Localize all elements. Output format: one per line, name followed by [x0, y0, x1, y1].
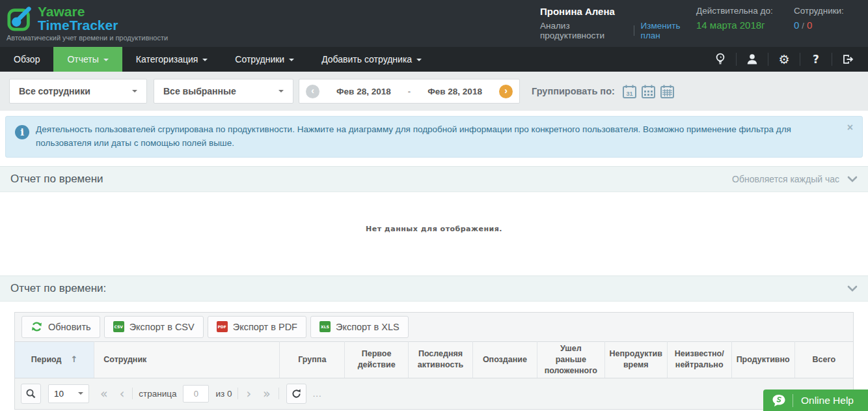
next-page-button[interactable]: › — [240, 386, 257, 401]
page-size-value: 10 — [54, 389, 64, 399]
column-total[interactable]: Всего — [794, 341, 853, 378]
column-last-activity[interactable]: Последняя активность — [409, 341, 473, 378]
nav-item-reports[interactable]: Отчеты — [53, 47, 122, 72]
employees-label: Сотрудники: — [794, 6, 859, 16]
nav-item-add-employee[interactable]: Добавить сотрудника — [308, 47, 435, 72]
employees-filter-dropdown[interactable]: Все сотрудники — [9, 79, 147, 104]
group-by-week-button[interactable] — [641, 84, 656, 99]
help-button[interactable]: ? — [805, 47, 827, 72]
caret-down-icon — [278, 90, 284, 92]
time-report-panel: Отчет по времени Обновляется каждый час … — [0, 166, 868, 266]
column-group[interactable]: Группа — [280, 341, 345, 378]
yaware-logo-icon — [7, 5, 34, 32]
employees-separator: / — [799, 21, 807, 31]
logo-tagline: Автоматический учет времени и продуктивн… — [7, 34, 168, 42]
sort-asc-icon: ↑ — [71, 354, 78, 364]
time-table-title: Отчет по времени: — [10, 282, 106, 295]
reload-grid-button[interactable] — [286, 384, 306, 404]
date-to[interactable]: Фев 28, 2018 — [427, 87, 482, 96]
group-by-day-button[interactable]: 31 — [622, 84, 637, 99]
filter-bar: Все сотрудники Все выбранные ‹ Фев 28, 2… — [0, 72, 868, 111]
nav-item-employees[interactable]: Сотрудники — [221, 47, 308, 72]
logo-text-timetracker: TimeTracker — [38, 18, 118, 32]
caret-down-icon — [103, 59, 109, 61]
logo-text-yaware: Yaware — [38, 5, 118, 18]
logout-button[interactable] — [837, 47, 859, 72]
next-date-button[interactable]: › — [499, 85, 513, 98]
export-pdf-button[interactable]: PDF Экспорт в PDF — [208, 316, 306, 338]
search-icon — [25, 388, 36, 399]
gear-icon: ⚙ — [778, 52, 789, 66]
column-unproductive-time[interactable]: Непродуктив время — [604, 341, 667, 378]
prev-date-button[interactable]: ‹ — [306, 85, 319, 98]
employees-filter-value: Все сотрудники — [19, 86, 90, 96]
table-header-row: Период↑ Сотрудник Группа Первое действие… — [15, 341, 853, 378]
date-from[interactable]: Фев 28, 2018 — [336, 87, 391, 96]
chat-bubble-icon — [771, 393, 787, 408]
calendar-day-number: 31 — [626, 90, 632, 96]
settings-button[interactable]: ⚙ — [773, 47, 795, 72]
group-by-label: Группировать по: — [532, 86, 615, 96]
time-table-panel: Отчет по времени: Обновить — [0, 276, 868, 410]
prev-page-button[interactable]: ‹ — [114, 386, 131, 401]
user-name: Пронина Алена — [540, 6, 696, 17]
column-period[interactable]: Период↑ — [15, 341, 94, 378]
page-number-input[interactable] — [183, 385, 209, 403]
column-label: Опоздание — [483, 355, 527, 364]
export-xls-button[interactable]: XLS Экспорт в XLS — [310, 316, 409, 338]
calendar-week-icon — [641, 84, 656, 99]
column-label: Сотрудник — [103, 355, 146, 364]
nav-item-label: Добавить сотрудника — [321, 54, 412, 64]
valid-until-label: Действительна до: — [696, 6, 794, 16]
nav-item-categorization[interactable]: Категоризация — [122, 47, 222, 72]
divider — [768, 53, 768, 66]
nav-item-overview[interactable]: Обзор — [0, 47, 53, 72]
caret-down-icon — [416, 59, 422, 61]
time-table-header: Отчет по времени: — [0, 276, 868, 302]
report-table: Период↑ Сотрудник Группа Первое действие… — [15, 341, 853, 378]
export-xls-label: Экспорт в XLS — [336, 322, 400, 332]
column-employee[interactable]: Сотрудник — [94, 341, 280, 378]
column-productive[interactable]: Продуктивно — [731, 341, 794, 378]
last-page-button[interactable]: » — [257, 386, 277, 401]
column-label: Неизвестно/ нейтрально — [675, 349, 724, 369]
question-icon: ? — [813, 53, 819, 66]
valid-until-value: 14 марта 2018г — [696, 20, 794, 31]
divider — [800, 53, 800, 66]
divider — [832, 53, 832, 66]
date-separator: - — [408, 87, 411, 96]
time-report-header: Отчет по времени Обновляется каждый час — [0, 166, 868, 192]
nav-item-label: Отчеты — [67, 54, 98, 64]
online-help-button[interactable]: Online Help — [763, 390, 868, 411]
chevron-down-icon — [847, 285, 858, 292]
column-lateness[interactable]: Опоздание — [472, 341, 537, 378]
search-button[interactable] — [21, 384, 41, 404]
column-first-action[interactable]: Первое действие — [345, 341, 409, 378]
chevron-down-icon — [847, 176, 858, 182]
close-icon[interactable]: × — [847, 122, 853, 134]
license-validity: Действительна до: 14 марта 2018г — [696, 0, 794, 31]
page-label: страница — [139, 389, 176, 399]
export-csv-button[interactable]: CSV Экспорт в CSV — [104, 316, 204, 338]
ideas-button[interactable] — [709, 47, 731, 72]
divider — [793, 394, 793, 407]
top-header: Yaware TimeTracker Автоматический учет в… — [0, 0, 868, 47]
profile-button[interactable] — [741, 47, 763, 72]
export-pdf-label: Экспорт в PDF — [233, 322, 297, 332]
column-left-early[interactable]: Ушел раньше положенного — [537, 341, 604, 378]
collapse-panel-button[interactable] — [847, 285, 858, 292]
account-info: Пронина Алена Анализ продуктивности Изме… — [540, 0, 696, 40]
column-unknown-neutral[interactable]: Неизвестно/ нейтрально — [667, 341, 731, 378]
page-count-label: из 0 — [215, 389, 232, 399]
time-report-title: Отчет по времени — [10, 173, 103, 186]
page-size-select[interactable]: 10 — [48, 384, 89, 403]
group-by-month-button[interactable] — [660, 84, 675, 99]
collapse-panel-button[interactable] — [847, 176, 858, 182]
refresh-button[interactable]: Обновить — [21, 316, 100, 338]
first-page-button[interactable]: « — [94, 386, 114, 401]
nav-item-label: Категоризация — [136, 54, 198, 64]
selected-filter-dropdown[interactable]: Все выбранные — [154, 79, 293, 104]
change-plan-link[interactable]: Изменить план — [641, 21, 696, 40]
logo[interactable]: Yaware TimeTracker Автоматический учет в… — [0, 0, 168, 42]
calendar-month-icon — [660, 84, 675, 99]
